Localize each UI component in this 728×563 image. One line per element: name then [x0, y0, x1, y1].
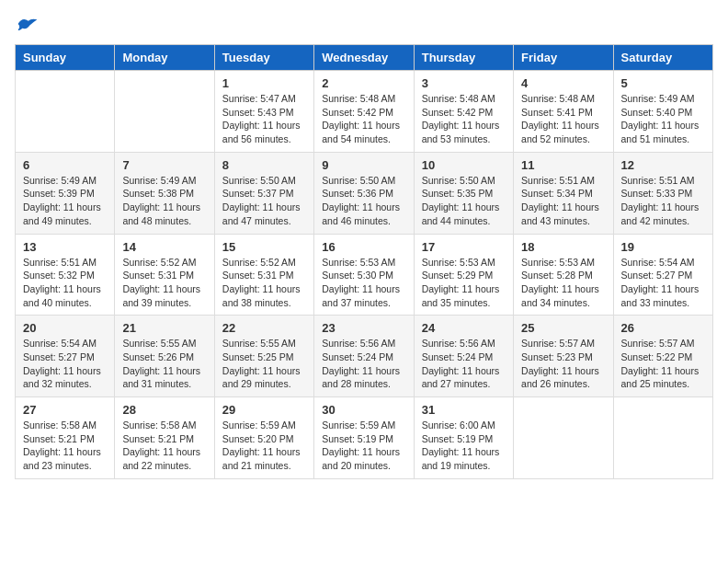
day-info: Sunrise: 5:51 AM Sunset: 5:34 PM Dayligh… [521, 174, 605, 228]
calendar-week-row: 13Sunrise: 5:51 AM Sunset: 5:32 PM Dayli… [16, 234, 713, 316]
day-info: Sunrise: 5:56 AM Sunset: 5:24 PM Dayligh… [322, 337, 405, 391]
day-number: 16 [322, 240, 405, 254]
calendar-cell: 30Sunrise: 5:59 AM Sunset: 5:19 PM Dayli… [314, 397, 414, 479]
day-info: Sunrise: 5:51 AM Sunset: 5:33 PM Dayligh… [621, 174, 705, 228]
day-info: Sunrise: 5:50 AM Sunset: 5:37 PM Dayligh… [222, 174, 306, 228]
day-info: Sunrise: 5:51 AM Sunset: 5:32 PM Dayligh… [23, 256, 107, 310]
calendar-cell: 1Sunrise: 5:47 AM Sunset: 5:43 PM Daylig… [214, 71, 313, 153]
calendar-cell: 25Sunrise: 5:57 AM Sunset: 5:23 PM Dayli… [514, 316, 613, 397]
day-number: 2 [322, 76, 405, 90]
day-number: 15 [222, 240, 306, 254]
day-number: 14 [122, 240, 206, 254]
day-info: Sunrise: 5:48 AM Sunset: 5:42 PM Dayligh… [422, 92, 506, 146]
column-header-sunday: Sunday [16, 45, 115, 71]
calendar-cell: 12Sunrise: 5:51 AM Sunset: 5:33 PM Dayli… [613, 152, 712, 234]
calendar-cell: 10Sunrise: 5:50 AM Sunset: 5:35 PM Dayli… [414, 152, 513, 234]
day-number: 29 [222, 403, 306, 417]
calendar-cell [115, 71, 214, 153]
day-info: Sunrise: 5:53 AM Sunset: 5:30 PM Dayligh… [322, 256, 405, 310]
calendar-cell: 31Sunrise: 6:00 AM Sunset: 5:19 PM Dayli… [414, 397, 513, 479]
calendar-cell: 16Sunrise: 5:53 AM Sunset: 5:30 PM Dayli… [314, 234, 414, 316]
calendar-cell [514, 397, 613, 479]
calendar-cell: 5Sunrise: 5:49 AM Sunset: 5:40 PM Daylig… [613, 71, 712, 153]
day-info: Sunrise: 5:52 AM Sunset: 5:31 PM Dayligh… [222, 256, 306, 310]
calendar-cell: 2Sunrise: 5:48 AM Sunset: 5:42 PM Daylig… [314, 71, 414, 153]
day-info: Sunrise: 6:00 AM Sunset: 5:19 PM Dayligh… [422, 419, 506, 473]
logo-bird-icon [17, 15, 39, 33]
day-number: 11 [521, 158, 605, 172]
day-number: 7 [122, 158, 206, 172]
day-info: Sunrise: 5:54 AM Sunset: 5:27 PM Dayligh… [23, 337, 107, 391]
day-number: 13 [23, 240, 107, 254]
day-number: 4 [521, 76, 605, 90]
calendar-cell: 29Sunrise: 5:59 AM Sunset: 5:20 PM Dayli… [214, 397, 313, 479]
day-info: Sunrise: 5:56 AM Sunset: 5:24 PM Dayligh… [422, 337, 506, 391]
calendar-cell: 23Sunrise: 5:56 AM Sunset: 5:24 PM Dayli… [314, 316, 414, 397]
day-number: 3 [422, 76, 506, 90]
column-header-thursday: Thursday [414, 45, 513, 71]
day-info: Sunrise: 5:53 AM Sunset: 5:28 PM Dayligh… [521, 256, 605, 310]
logo [15, 15, 39, 33]
calendar-cell: 8Sunrise: 5:50 AM Sunset: 5:37 PM Daylig… [214, 152, 313, 234]
calendar-cell: 19Sunrise: 5:54 AM Sunset: 5:27 PM Dayli… [613, 234, 712, 316]
day-info: Sunrise: 5:50 AM Sunset: 5:35 PM Dayligh… [422, 174, 506, 228]
calendar-cell: 4Sunrise: 5:48 AM Sunset: 5:41 PM Daylig… [514, 71, 613, 153]
calendar-cell: 15Sunrise: 5:52 AM Sunset: 5:31 PM Dayli… [214, 234, 313, 316]
calendar-cell: 21Sunrise: 5:55 AM Sunset: 5:26 PM Dayli… [115, 316, 214, 397]
day-number: 10 [422, 158, 506, 172]
calendar-cell: 3Sunrise: 5:48 AM Sunset: 5:42 PM Daylig… [414, 71, 513, 153]
calendar-body: 1Sunrise: 5:47 AM Sunset: 5:43 PM Daylig… [16, 71, 713, 479]
day-info: Sunrise: 5:55 AM Sunset: 5:25 PM Dayligh… [222, 337, 306, 391]
calendar-cell: 13Sunrise: 5:51 AM Sunset: 5:32 PM Dayli… [16, 234, 115, 316]
calendar-cell: 18Sunrise: 5:53 AM Sunset: 5:28 PM Dayli… [514, 234, 613, 316]
calendar-cell: 11Sunrise: 5:51 AM Sunset: 5:34 PM Dayli… [514, 152, 613, 234]
page-header [15, 15, 713, 33]
calendar-cell: 26Sunrise: 5:57 AM Sunset: 5:22 PM Dayli… [613, 316, 712, 397]
day-number: 26 [621, 321, 705, 335]
day-number: 24 [422, 321, 506, 335]
day-number: 9 [322, 158, 405, 172]
day-info: Sunrise: 5:59 AM Sunset: 5:20 PM Dayligh… [222, 419, 306, 473]
day-number: 31 [422, 403, 506, 417]
day-info: Sunrise: 5:49 AM Sunset: 5:39 PM Dayligh… [23, 174, 107, 228]
day-info: Sunrise: 5:49 AM Sunset: 5:38 PM Dayligh… [122, 174, 206, 228]
day-number: 12 [621, 158, 705, 172]
day-number: 6 [23, 158, 107, 172]
day-info: Sunrise: 5:52 AM Sunset: 5:31 PM Dayligh… [122, 256, 206, 310]
day-number: 30 [322, 403, 405, 417]
calendar-cell [613, 397, 712, 479]
calendar-cell: 17Sunrise: 5:53 AM Sunset: 5:29 PM Dayli… [414, 234, 513, 316]
day-info: Sunrise: 5:48 AM Sunset: 5:42 PM Dayligh… [322, 92, 405, 146]
day-info: Sunrise: 5:58 AM Sunset: 5:21 PM Dayligh… [23, 419, 107, 473]
day-number: 8 [222, 158, 306, 172]
column-header-tuesday: Tuesday [214, 45, 313, 71]
calendar-cell: 14Sunrise: 5:52 AM Sunset: 5:31 PM Dayli… [115, 234, 214, 316]
calendar-week-row: 1Sunrise: 5:47 AM Sunset: 5:43 PM Daylig… [16, 71, 713, 153]
day-number: 1 [222, 76, 306, 90]
calendar-table: SundayMondayTuesdayWednesdayThursdayFrid… [15, 44, 713, 479]
calendar-cell: 27Sunrise: 5:58 AM Sunset: 5:21 PM Dayli… [16, 397, 115, 479]
calendar-week-row: 20Sunrise: 5:54 AM Sunset: 5:27 PM Dayli… [16, 316, 713, 397]
column-header-saturday: Saturday [613, 45, 712, 71]
day-number: 5 [621, 76, 705, 90]
day-number: 22 [222, 321, 306, 335]
calendar-week-row: 27Sunrise: 5:58 AM Sunset: 5:21 PM Dayli… [16, 397, 713, 479]
day-info: Sunrise: 5:48 AM Sunset: 5:41 PM Dayligh… [521, 92, 605, 146]
calendar-week-row: 6Sunrise: 5:49 AM Sunset: 5:39 PM Daylig… [16, 152, 713, 234]
day-number: 27 [23, 403, 107, 417]
column-header-wednesday: Wednesday [314, 45, 414, 71]
day-number: 28 [122, 403, 206, 417]
day-info: Sunrise: 5:55 AM Sunset: 5:26 PM Dayligh… [122, 337, 206, 391]
day-number: 21 [122, 321, 206, 335]
calendar-cell [16, 71, 115, 153]
day-info: Sunrise: 5:47 AM Sunset: 5:43 PM Dayligh… [222, 92, 306, 146]
calendar-cell: 24Sunrise: 5:56 AM Sunset: 5:24 PM Dayli… [414, 316, 513, 397]
day-number: 19 [621, 240, 705, 254]
calendar-cell: 20Sunrise: 5:54 AM Sunset: 5:27 PM Dayli… [16, 316, 115, 397]
day-number: 25 [521, 321, 605, 335]
day-info: Sunrise: 5:58 AM Sunset: 5:21 PM Dayligh… [122, 419, 206, 473]
calendar-cell: 9Sunrise: 5:50 AM Sunset: 5:36 PM Daylig… [314, 152, 414, 234]
day-info: Sunrise: 5:57 AM Sunset: 5:22 PM Dayligh… [621, 337, 705, 391]
day-info: Sunrise: 5:54 AM Sunset: 5:27 PM Dayligh… [621, 256, 705, 310]
day-info: Sunrise: 5:57 AM Sunset: 5:23 PM Dayligh… [521, 337, 605, 391]
